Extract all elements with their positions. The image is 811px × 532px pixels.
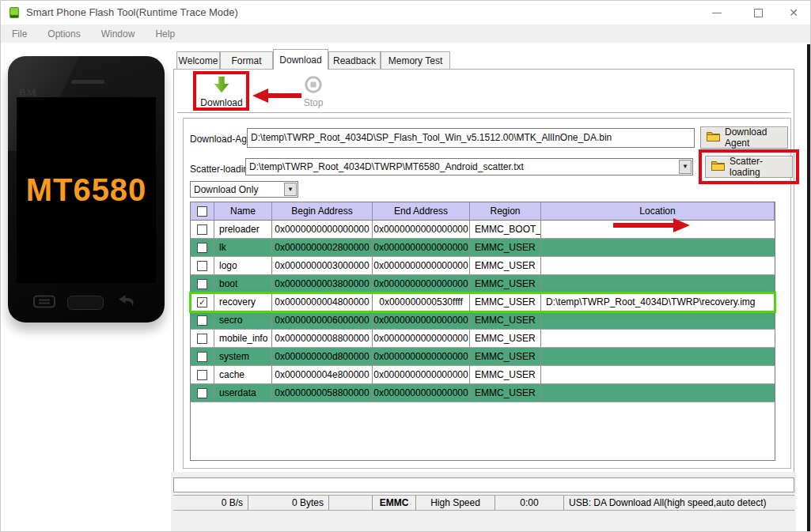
tab-format[interactable]: Format	[220, 51, 273, 70]
table-row[interactable]: system0x000000000d8000000x00000000000000…	[191, 348, 775, 366]
app-window: Smart Phone Flash Tool(Runtime Trace Mod…	[0, 0, 811, 532]
menu-window[interactable]: Window	[97, 26, 145, 42]
row-checkbox[interactable]	[197, 243, 207, 253]
row-checkbox[interactable]	[197, 279, 207, 289]
scatter-file-combobox[interactable]: D:\temp\TWRP_Root_4034D\TWRP\MT6580_Andr…	[245, 158, 693, 175]
chevron-down-icon[interactable]: ▼	[284, 183, 297, 196]
cell-end-address: 0x0000000000000000	[373, 330, 470, 348]
cell-region: EMMC_USER	[470, 275, 541, 293]
column-header-region: Region	[470, 202, 541, 221]
annotation-arrow-scatter	[613, 218, 691, 232]
cell-location	[541, 348, 775, 366]
background-window-edge	[807, 44, 811, 532]
row-checkbox-cell	[191, 257, 214, 275]
menu-icon	[33, 295, 55, 311]
table-row[interactable]: recovery0x00000000048000000x000000000530…	[191, 293, 775, 311]
row-checkbox-cell	[191, 275, 214, 293]
download-agent-button[interactable]: Download Agent	[700, 126, 788, 149]
row-checkbox-cell	[191, 239, 214, 257]
menu-help[interactable]: Help	[150, 26, 184, 42]
cell-region: EMMC_USER	[470, 348, 541, 366]
cell-end-address: 0x0000000000000000	[373, 239, 470, 257]
download-mode-value: Download Only	[194, 184, 258, 195]
cell-begin-address: 0x0000000002800000	[272, 239, 373, 257]
phone-speaker	[71, 80, 104, 84]
tab-memory-test[interactable]: Memory Test	[381, 51, 450, 70]
cell-location	[541, 275, 775, 293]
app-icon	[8, 6, 21, 19]
cell-name: cache	[214, 366, 272, 384]
cell-begin-address: 0x0000000004800000	[272, 293, 373, 311]
row-checkbox[interactable]	[197, 261, 207, 271]
table-row[interactable]: boot0x00000000038000000x0000000000000000…	[191, 275, 775, 293]
tab-readback[interactable]: Readback	[328, 51, 381, 70]
row-checkbox[interactable]	[197, 370, 207, 380]
table-row[interactable]: logo0x00000000030000000x0000000000000000…	[191, 257, 775, 275]
column-header-begin-address: Begin Address	[272, 202, 373, 221]
tab-welcome[interactable]: Welcome	[176, 51, 220, 70]
status-elapsed-time: 0:00	[495, 496, 564, 510]
annotation-box-download	[193, 71, 249, 111]
status-storage-type: EMMC	[373, 496, 416, 510]
cell-end-address: 0x0000000000000000	[373, 311, 470, 330]
download-agent-path-field[interactable]: D:\temp\TWRP_Root_4034D\SP_Flash_Tool_Wi…	[247, 128, 695, 148]
status-bytes: 0 Bytes	[248, 496, 329, 510]
row-checkbox[interactable]	[197, 352, 207, 362]
close-button[interactable]: ✕	[778, 1, 809, 25]
cell-region: EMMC_USER	[470, 239, 541, 257]
cell-begin-address: 0x0000000003800000	[272, 275, 373, 293]
cell-name: lk	[214, 239, 272, 257]
cell-location	[541, 257, 775, 275]
row-checkbox[interactable]	[197, 388, 207, 398]
cell-location	[541, 384, 775, 402]
cell-begin-address: 0x0000000000000000	[272, 221, 373, 239]
row-checkbox-cell	[191, 293, 214, 311]
row-checkbox-cell	[191, 221, 214, 239]
download-mode-select[interactable]: Download Only ▼	[190, 181, 298, 198]
table-row[interactable]: secro0x00000000060000000x000000000000000…	[191, 311, 775, 330]
download-tab-page: Download Stop Download-Agent D:\temp\TWR…	[173, 69, 794, 475]
cell-end-address: 0x0000000000000000	[373, 221, 470, 239]
stop-button-label: Stop	[304, 97, 324, 108]
chipset-label: MT6580	[26, 172, 147, 208]
column-header-name: Name	[214, 202, 272, 221]
row-checkbox[interactable]	[197, 224, 207, 235]
cell-region: EMMC_USER	[470, 257, 541, 275]
cell-location: D:\temp\TWRP_Root_4034D\TWRP\recovery.im…	[541, 293, 775, 311]
cell-end-address: 0x0000000000000000	[373, 384, 470, 402]
cell-name: system	[214, 348, 272, 366]
menu-file[interactable]: File	[7, 26, 36, 42]
toolbar-separator	[177, 112, 790, 113]
cell-name: recovery	[214, 293, 272, 311]
select-all-checkbox[interactable]	[197, 206, 207, 217]
status-usb-mode: USB: DA Download All(high speed,auto det…	[564, 496, 794, 510]
scatter-loading-button[interactable]: Scatter-loading	[705, 156, 793, 178]
cell-begin-address: 0x0000000008800000	[272, 330, 373, 348]
scatter-loading-button-label: Scatter-loading	[730, 156, 792, 178]
cell-name: secro	[214, 311, 272, 330]
cell-name: mobile_info	[214, 330, 272, 348]
chevron-down-icon[interactable]: ▼	[679, 160, 692, 174]
status-bar: 0 B/s 0 Bytes EMMC High Speed 0:00 USB: …	[173, 495, 794, 511]
table-row[interactable]: mobile_info0x00000000088000000x000000000…	[191, 330, 775, 348]
tab-download[interactable]: Download	[273, 49, 328, 70]
menu-options[interactable]: Options	[43, 26, 89, 42]
cell-begin-address: 0x000000000d800000	[272, 348, 373, 366]
table-row[interactable]: cache0x000000004e8000000x000000000000000…	[191, 366, 775, 384]
cell-end-address: 0x0000000000000000	[373, 348, 470, 366]
download-settings-group: Download-Agent D:\temp\TWRP_Root_4034D\S…	[183, 118, 791, 469]
row-checkbox[interactable]	[197, 315, 207, 326]
cell-begin-address: 0x0000000003000000	[272, 257, 373, 275]
minimize-button[interactable]	[701, 1, 733, 25]
partition-table: Name Begin Address End Address Region Lo…	[190, 202, 775, 461]
cell-name: userdata	[214, 384, 272, 402]
folder-icon	[711, 160, 725, 173]
cell-location	[541, 366, 775, 384]
table-row[interactable]: userdata0x00000000588000000x000000000000…	[191, 384, 775, 402]
row-checkbox[interactable]	[197, 334, 207, 344]
maximize-button[interactable]	[742, 1, 774, 25]
folder-icon	[707, 131, 720, 144]
row-checkbox-cell	[191, 311, 214, 330]
row-checkbox[interactable]	[197, 297, 207, 308]
table-row[interactable]: lk0x00000000028000000x0000000000000000EM…	[191, 239, 775, 257]
